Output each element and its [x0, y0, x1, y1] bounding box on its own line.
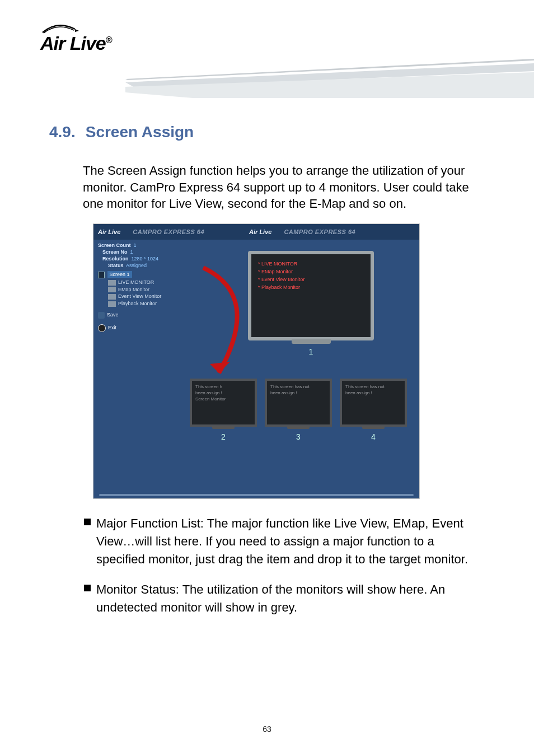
save-icon	[98, 312, 105, 319]
tree-item-label: Playback Monitor	[118, 301, 157, 306]
monitor-1-stand	[292, 339, 331, 344]
screenshot-body: Screen Count 1 Screen No 1 Resolution 12…	[93, 240, 419, 493]
monitor-2-stand	[212, 426, 235, 429]
monitor-4-screen: This screen has not been assign !	[340, 379, 407, 427]
monitor-1-line-3: * Playback Monitor	[258, 283, 364, 291]
tree-item-label: Event View Monitor	[118, 293, 161, 299]
tree-root-row[interactable]: Screen 1	[98, 271, 184, 279]
monitor-1-line-1: * EMap Monitor	[258, 268, 364, 276]
monitor-4-line-1: been assign !	[345, 390, 401, 396]
monitor-area: * LIVE MONITOR * EMap Monitor * Event Vi…	[186, 240, 419, 493]
screen-count-label: Screen Count	[98, 242, 131, 248]
monitor-2-line-0: This screen h	[195, 384, 251, 390]
app-product-2: CAMPRO EXPRESS 64	[284, 228, 355, 235]
monitor-4-label: 4	[340, 432, 407, 441]
monitor-2[interactable]: This screen h been assign ! Screen Monit…	[190, 379, 257, 441]
monitor-2-label: 2	[190, 432, 257, 441]
screen-count-row: Screen Count 1	[98, 242, 184, 249]
screen-no-row: Screen No 1	[98, 249, 184, 255]
monitor-3-screen: This screen has not been assign !	[265, 379, 332, 427]
page-header: Air Live®	[0, 0, 534, 101]
screenshot-header: Air Live CAMPRO EXPRESS 64 Air Live CAMP…	[93, 224, 419, 240]
tree-item-label: EMap Monitor	[118, 287, 149, 292]
exit-label: Exit	[108, 325, 116, 330]
tile-icon	[108, 280, 116, 286]
monitor-3[interactable]: This screen has not been assign ! 3	[265, 379, 332, 441]
monitor-2-screen: This screen h been assign ! Screen Monit…	[190, 379, 257, 427]
monitor-1-line-0: * LIVE MONITOR	[258, 260, 364, 268]
bullet-1-text: Major Function List: The major function …	[96, 516, 468, 566]
monitor-4-stand	[362, 426, 385, 429]
bullet-2-text: Monitor Status: The utilization of the m…	[96, 582, 445, 614]
monitor-thumbnails: This screen h been assign ! Screen Monit…	[190, 379, 407, 441]
svg-marker-3	[210, 362, 230, 373]
brand-logo: Air Live®	[40, 32, 112, 54]
square-bullet-icon	[84, 519, 91, 525]
screen-count-value: 1	[134, 242, 137, 248]
status-row: Status Assigned	[98, 262, 184, 269]
monitor-2-line-2: Screen Monitor	[195, 396, 251, 403]
header-stripe	[125, 59, 534, 98]
sidebar: Screen Count 1 Screen No 1 Resolution 12…	[93, 240, 186, 493]
exit-icon	[98, 324, 106, 332]
exit-button[interactable]: Exit	[98, 323, 184, 333]
bullet-2: Monitor Status: The utilization of the m…	[84, 581, 486, 617]
screenshot-container: Air Live CAMPRO EXPRESS 64 Air Live CAMP…	[93, 223, 420, 499]
screenshot-footer-bar	[99, 494, 414, 496]
logo-text: Air Live	[40, 32, 106, 54]
monitor-1-label: 1	[248, 347, 374, 356]
monitor-1-line-2: * Event View Monitor	[258, 276, 364, 283]
monitor-3-line-0: This screen has not	[270, 384, 326, 390]
section-number: 4.9.	[49, 123, 76, 141]
section-heading: 4.9.Screen Assign	[49, 123, 534, 141]
app-product: CAMPRO EXPRESS 64	[133, 228, 204, 235]
monitor-2-line-1: been assign !	[195, 390, 251, 396]
tree-item-playback-monitor[interactable]: Playback Monitor	[98, 300, 184, 307]
playback-icon	[108, 301, 116, 307]
page-number: 63	[0, 725, 534, 734]
logo-registered: ®	[106, 35, 112, 45]
tree-item-emap-monitor[interactable]: EMap Monitor	[98, 286, 184, 293]
map-icon	[108, 287, 116, 292]
square-bullet-icon	[84, 585, 91, 591]
screen-tree: Screen 1 LIVE MONITOR EMap Monitor Event…	[98, 271, 184, 307]
monitor-icon	[98, 272, 105, 278]
status-value: Assigned	[126, 263, 147, 268]
resolution-value: 1280 * 1024	[132, 256, 159, 262]
resolution-label: Resolution	[102, 256, 129, 262]
bullet-list: Major Function List: The major function …	[84, 515, 486, 616]
app-brand: Air Live	[98, 228, 120, 235]
monitor-3-line-1: been assign !	[270, 390, 326, 396]
monitor-4-line-0: This screen has not	[345, 384, 401, 390]
monitor-3-label: 3	[265, 432, 332, 441]
tree-item-label: LIVE MONITOR	[118, 279, 154, 285]
tree-item-live-monitor[interactable]: LIVE MONITOR	[98, 279, 184, 286]
screen-no-value: 1	[130, 249, 133, 255]
monitor-4[interactable]: This screen has not been assign ! 4	[340, 379, 407, 441]
tree-item-event-view-monitor[interactable]: Event View Monitor	[98, 293, 184, 300]
intro-paragraph: The Screen Assign function helps you to …	[83, 162, 486, 212]
app-brand-2: Air Live	[249, 228, 271, 235]
resolution-row: Resolution 1280 * 1024	[98, 255, 184, 262]
screen-no-label: Screen No	[102, 249, 128, 255]
monitor-1[interactable]: * LIVE MONITOR * EMap Monitor * Event Vi…	[248, 251, 374, 357]
status-label: Status	[108, 263, 124, 268]
section-title: Screen Assign	[86, 123, 194, 141]
monitor-1-screen: * LIVE MONITOR * EMap Monitor * Event Vi…	[248, 251, 374, 340]
tree-root-label: Screen 1	[107, 271, 132, 278]
save-button[interactable]: Save	[98, 311, 184, 320]
monitor-3-stand	[287, 426, 310, 429]
bullet-1: Major Function List: The major function …	[84, 515, 486, 568]
event-icon	[108, 294, 116, 300]
save-label: Save	[107, 312, 119, 318]
